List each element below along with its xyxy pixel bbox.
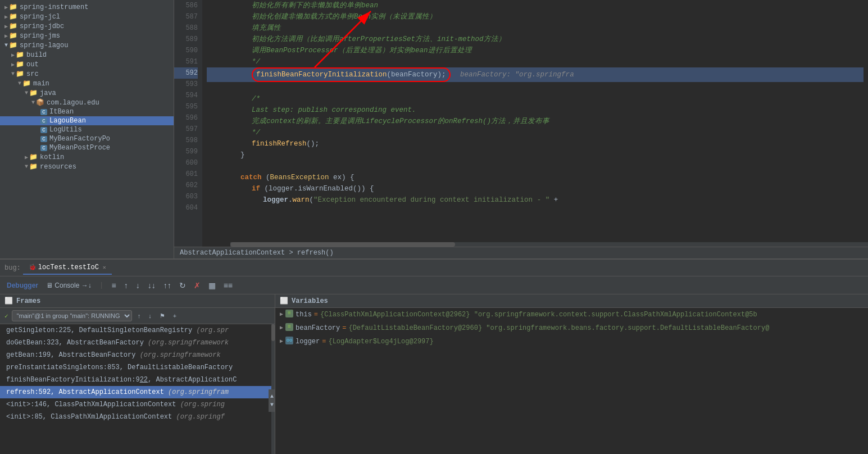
frame-item[interactable]: getBean:199, AbstractBeanFactory (org.sp…	[0, 349, 275, 361]
scroll-arrows[interactable]: ▲ ▼	[269, 389, 275, 412]
sidebar-item-logutils[interactable]: c LogUtils	[0, 125, 174, 134]
code-line-601: catch (BeansException ex) {	[207, 172, 864, 183]
chevron-down-icon: ▼	[25, 90, 28, 96]
sidebar-item-out[interactable]: ▶ 📁 out	[0, 60, 174, 69]
java-file-icon: c	[40, 127, 47, 133]
debugger-section: bug: 🐞 locTest.testIoC ✕ Debugger 🖥 Cons…	[0, 258, 868, 454]
sidebar-item-spring-jdbc[interactable]: ▶ 📁 spring-jdbc	[0, 21, 174, 31]
frames-list: getSingleton:225, DefaultSingletonBeanRe…	[0, 324, 275, 454]
frame-item[interactable]: preInstantiateSingletons:853, DefaultLis…	[0, 361, 275, 374]
code-line-590: 调用BeanPostProcessor（后置处理器）对实例bean进行后置处理	[207, 45, 864, 56]
folder-icon: 📁	[9, 31, 17, 40]
filter-frames-btn[interactable]: ↑	[135, 311, 143, 320]
code-line-600	[207, 161, 864, 172]
sidebar-item-spring-jms[interactable]: ▶ 📁 spring-jms	[0, 31, 174, 40]
folder-icon: 📁	[29, 153, 38, 161]
mute-breakpoints-btn[interactable]: ≡≡	[221, 280, 235, 291]
bug-label: bug:	[4, 264, 21, 272]
step-out-btn[interactable]: ↑↑	[161, 280, 174, 291]
sidebar-item-main[interactable]: ▼ 📁 main	[0, 79, 174, 88]
variable-logger[interactable]: ▶ oo logger = {LogAdapter$Log4jLog@2997}	[275, 335, 868, 348]
stop-btn[interactable]: ✗	[192, 280, 203, 291]
folder-icon: 📁	[29, 162, 38, 171]
sidebar-item-mybeanpostproce[interactable]: c MyBeanPostProce	[0, 143, 174, 152]
tab-loctest[interactable]: 🐞 locTest.testIoC ✕	[23, 261, 112, 275]
chevron-down-icon: ▼	[4, 42, 8, 48]
sidebar-item-lagoubean[interactable]: c LagouBean	[0, 116, 174, 125]
sidebar-item-java[interactable]: ▼ 📁 java	[0, 88, 174, 98]
console-tab-btn[interactable]: 🖥 Console →↓	[44, 280, 94, 290]
code-line-592: finishBeanFactoryInitialization(beanFact…	[207, 67, 864, 82]
step-over-btn[interactable]: ↑	[122, 280, 130, 291]
frames-scrollbar-thumb[interactable]	[271, 324, 275, 341]
code-line-589: 初始化方法调用（比如调用afterPropertiesSet方法、init-me…	[207, 34, 864, 45]
frames-panel: ⬜ Frames ✓ "main"@1 in group "main": RUN…	[0, 294, 275, 454]
debug-tab-icon: 🐞	[29, 264, 37, 271]
thread-dropdown[interactable]: "main"@1 in group "main": RUNNING	[12, 310, 132, 321]
add-btn[interactable]: +	[171, 311, 179, 320]
file-tree: ▶ 📁 spring-instrument ▶ 📁 spring-jcl ▶ 📁…	[0, 0, 174, 258]
scrollbar-thumb[interactable]	[230, 242, 455, 247]
frame-item[interactable]: finishBeanFactoryInitialization:922, Abs…	[0, 374, 275, 386]
folder-icon: 📁	[16, 70, 24, 78]
scroll-down-icon[interactable]: ▼	[270, 402, 274, 408]
sidebar-item-spring-lagou[interactable]: ▼ 📁 spring-lagou	[0, 40, 174, 50]
sidebar-item-spring-jcl[interactable]: ▶ 📁 spring-jcl	[0, 12, 174, 21]
debugger-tab-bar: bug: 🐞 locTest.testIoC ✕	[0, 260, 868, 276]
expand-arrow[interactable]: ▶	[280, 323, 283, 333]
top-section: ▶ 📁 spring-instrument ▶ 📁 spring-jcl ▶ 📁…	[0, 0, 868, 258]
java-file-icon: c	[40, 136, 47, 142]
code-line-595: Last step: publish corresponding event.	[207, 105, 864, 116]
chevron-right-icon: ▶	[11, 61, 15, 68]
frame-item-selected[interactable]: refresh:592, AbstractApplicationContext …	[0, 386, 275, 398]
close-tab-icon[interactable]: ✕	[103, 264, 106, 271]
variables-icon: ⬜	[280, 297, 288, 305]
variables-panel-header: ⬜ Variables	[275, 294, 868, 308]
code-line-587: 初始化创建非懒加载方式的单例Bean实例（未设置属性）	[207, 11, 864, 22]
sidebar-item-src[interactable]: ▼ 📁 src	[0, 69, 174, 79]
view-breakpoints-btn[interactable]: ▦	[206, 280, 218, 291]
sidebar-item-mybeanfactorypo[interactable]: c MyBeanFactoryPo	[0, 134, 174, 143]
scroll-up-icon[interactable]: ▲	[270, 393, 274, 399]
frames-panel-header: ⬜ Frames	[0, 294, 275, 308]
variable-beanfactory[interactable]: ▶ ≡ beanFactory = {DefaultListableBeanFa…	[275, 321, 868, 335]
chevron-down-icon: ▼	[11, 71, 15, 77]
variable-this[interactable]: ▶ ≡ this = {ClassPathXmlApplicationConte…	[275, 308, 868, 321]
code-line-603: logger.warn("Exception encountered durin…	[207, 194, 864, 206]
folder-icon: 📁	[16, 51, 24, 59]
folder-icon: 📁	[9, 22, 17, 30]
chevron-down-icon: ▼	[18, 80, 21, 87]
frame-item[interactable]: <init>:146, ClassPathXmlApplicationConte…	[0, 398, 275, 411]
main-container: ▶ 📁 spring-instrument ▶ 📁 spring-jcl ▶ 📁…	[0, 0, 868, 454]
show-exec-point-btn[interactable]: ≡	[110, 280, 119, 291]
code-view[interactable]: 586 587 588 589 590 591 592 593 594 595 …	[174, 0, 868, 247]
step-into-btn[interactable]: ↓	[134, 280, 142, 291]
run-to-cursor-btn[interactable]: ↻	[177, 280, 188, 291]
expand-arrow[interactable]: ▶	[280, 337, 283, 347]
sidebar-item-kotlin[interactable]: ▶ 📁 kotlin	[0, 152, 174, 162]
sidebar-item-com-lagou[interactable]: ▼ 📦 com.lagou.edu	[0, 98, 174, 107]
frame-item[interactable]: doGetBean:323, AbstractBeanFactory (org.…	[0, 337, 275, 349]
frame-item[interactable]: getSingleton:225, DefaultSingletonBeanRe…	[0, 324, 275, 337]
frame-item[interactable]: <init>:85, ClassPathXmlApplicationContex…	[0, 411, 275, 423]
sidebar-item-resources[interactable]: ▼ 📁 resources	[0, 162, 174, 171]
debugger-tab-btn[interactable]: Debugger	[4, 280, 40, 290]
java-file-icon: c	[40, 118, 47, 124]
chevron-right-icon: ▶	[4, 4, 8, 11]
code-line-594: /*	[207, 93, 864, 105]
chevron-down-icon: ▼	[25, 164, 28, 170]
java-file-icon: c	[40, 109, 47, 115]
filter-btn[interactable]: ⚑	[157, 311, 167, 321]
breadcrumb: AbstractApplicationContext > refresh()	[174, 247, 868, 258]
debug-panels: ⬜ Frames ✓ "main"@1 in group "main": RUN…	[0, 294, 868, 454]
horizontal-scrollbar[interactable]	[230, 242, 868, 247]
folder-icon: 📁	[29, 89, 38, 97]
force-step-into-btn[interactable]: ↓↓	[146, 280, 158, 291]
sidebar-item-itbean[interactable]: c ItBean	[0, 107, 174, 116]
code-line-593	[207, 82, 864, 93]
sidebar-item-spring-instrument[interactable]: ▶ 📁 spring-instrument	[0, 2, 174, 12]
expand-arrow[interactable]: ▶	[280, 310, 283, 320]
sidebar-item-build[interactable]: ▶ 📁 build	[0, 50, 174, 60]
java-file-icon: c	[40, 145, 47, 151]
sort-frames-btn[interactable]: ↓	[146, 311, 154, 320]
